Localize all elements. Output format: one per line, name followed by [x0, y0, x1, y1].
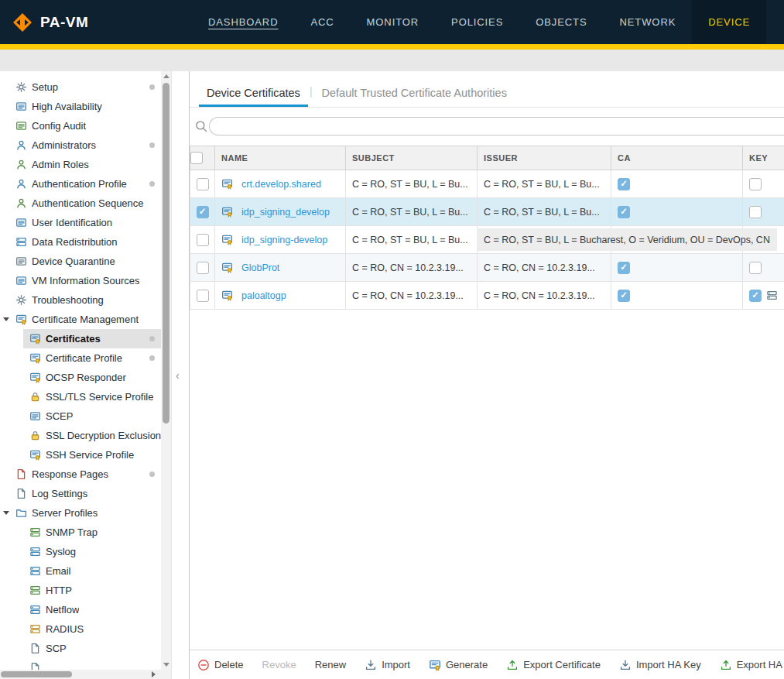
sidebar-item-scep[interactable]: SCEP	[0, 406, 161, 426]
sidebar-item-certificate-management[interactable]: Certificate Management	[0, 310, 161, 329]
subject-cell: C = RO, CN = 10.2.3.19...	[346, 282, 478, 310]
key-checkbox[interactable]	[749, 206, 762, 218]
sidebar-item-certificates[interactable]: Certificates	[0, 329, 161, 348]
row-checkbox[interactable]	[197, 234, 209, 246]
scrollbar-thumb[interactable]	[1, 671, 72, 677]
column-header-subject[interactable]: SUBJECT	[346, 146, 478, 170]
caret-expanded-icon[interactable]	[3, 317, 9, 321]
row-checkbox[interactable]	[197, 206, 209, 218]
sidebar-item-setup[interactable]: Setup	[0, 77, 161, 97]
certificate-name-link[interactable]: crt.develop.shared	[241, 179, 321, 190]
nav-item-monitor[interactable]: MONITOR	[351, 0, 435, 44]
sidebar-item-http[interactable]: HTTP	[0, 581, 161, 600]
delete-button[interactable]: Delete	[197, 659, 244, 671]
sidebar-item-authentication-profile[interactable]: Authentication Profile	[0, 174, 161, 194]
sidebar-item-high-availability[interactable]: High Availability	[0, 97, 161, 116]
tab-default-trusted-cas[interactable]: Default Trusted Certificate Authorities	[314, 80, 515, 107]
row-checkbox[interactable]	[197, 262, 209, 274]
import-button[interactable]: Import	[365, 659, 410, 671]
certificate-name-link[interactable]: idp_signing-develop	[241, 235, 327, 245]
import-ha-key-button[interactable]: Import HA Key	[619, 659, 701, 671]
key-checkbox[interactable]	[749, 262, 762, 274]
renew-button[interactable]: Renew	[315, 659, 346, 670]
scroll-up-arrow-icon[interactable]	[161, 71, 171, 81]
sidebar-item-email[interactable]: Email	[0, 561, 161, 581]
sidebar-item-config-audit[interactable]: Config Audit	[0, 116, 161, 135]
ca-checkbox[interactable]	[618, 178, 630, 190]
sidebar-item-clipped[interactable]	[0, 658, 161, 670]
caret-expanded-icon[interactable]	[3, 511, 9, 515]
table-row[interactable]: paloaltogp C = RO, CN = 10.2.3.19... C =…	[190, 282, 784, 310]
search-input[interactable]	[209, 117, 784, 135]
sidebar-item-response-pages[interactable]: Response Pages	[0, 465, 161, 484]
sidebar-item-ssl-decryption-exclusion[interactable]: SSL Decryption Exclusion	[0, 426, 161, 445]
issuer-cell: C = RO, ST = BU, L = Bu...	[478, 170, 611, 198]
sidebar-item-snmp-trap[interactable]: SNMP Trap	[0, 523, 161, 542]
column-header-issuer[interactable]: ISSUER	[478, 146, 611, 170]
ca-checkbox[interactable]	[618, 290, 630, 302]
nav-item-network[interactable]: NETWORK	[604, 0, 693, 44]
sidebar-item-ssh-service-profile[interactable]: SSH Service Profile	[0, 445, 161, 465]
key-checkbox[interactable]	[749, 290, 762, 302]
main-panel: Device Certificates | Default Trusted Ce…	[189, 71, 784, 679]
nav-item-dashboard[interactable]: DASHBOARD	[192, 0, 294, 44]
nav-item-device[interactable]: DEVICE	[692, 0, 766, 44]
main-nav: DASHBOARD ACC MONITOR POLICIES OBJECTS N…	[192, 0, 766, 44]
collapse-chevron-icon[interactable]: ‹	[176, 370, 180, 381]
nav-item-acc[interactable]: ACC	[294, 0, 350, 44]
person-icon	[15, 197, 27, 209]
row-checkbox[interactable]	[197, 178, 209, 190]
sidebar-item-syslog[interactable]: Syslog	[0, 542, 161, 561]
key-checkbox[interactable]	[749, 178, 762, 190]
select-all-checkbox[interactable]	[190, 152, 203, 164]
revoke-button[interactable]: Revoke	[262, 659, 296, 670]
sidebar-item-data-redistribution[interactable]: Data Redistribution	[0, 232, 161, 252]
sidebar-item-log-settings[interactable]: Log Settings	[0, 484, 161, 503]
column-header-ca[interactable]: CA	[611, 146, 743, 170]
nav-item-policies[interactable]: POLICIES	[435, 0, 519, 44]
export-certificate-button[interactable]: Export Certificate	[506, 659, 601, 671]
sidebar-item-admin-roles[interactable]: Admin Roles	[0, 155, 161, 174]
sidebar-item-server-profiles[interactable]: Server Profiles	[0, 503, 161, 523]
table-row[interactable]: crt.develop.shared C = RO, ST = BU, L = …	[190, 170, 784, 198]
sidebar-vertical-scrollbar[interactable]	[161, 71, 171, 670]
table-row[interactable]: GlobProt C = RO, CN = 10.2.3.19... C = R…	[190, 254, 784, 282]
column-header-key[interactable]: KEY	[743, 146, 784, 170]
table-row[interactable]: idp_signing-develop C = RO, ST = BU, L =…	[190, 226, 784, 254]
certificate-name-link[interactable]: paloaltogp	[241, 290, 286, 301]
scroll-right-arrow-icon[interactable]	[148, 670, 159, 679]
export-ha-key-button[interactable]: Export HA Key	[720, 659, 784, 671]
sidebar-item-scp[interactable]: SCP	[0, 639, 161, 658]
column-header-name[interactable]: NAME	[215, 146, 346, 170]
sidebar-item-troubleshooting[interactable]: Troubleshooting	[0, 290, 161, 310]
sidebar-item-ssl-tls-service-profile[interactable]: SSL/TLS Service Profile	[0, 387, 161, 406]
tab-device-certificates[interactable]: Device Certificates	[199, 80, 308, 107]
sidebar-horizontal-scrollbar[interactable]	[0, 670, 171, 679]
nav-item-objects[interactable]: OBJECTS	[519, 0, 603, 44]
ca-checkbox[interactable]	[618, 206, 630, 218]
sidebar-item-administrators[interactable]: Administrators	[0, 135, 161, 155]
card-icon	[29, 410, 41, 422]
sidebar-item-radius[interactable]: RADIUS	[0, 619, 161, 639]
sidebar-item-certificate-profile[interactable]: Certificate Profile	[0, 348, 161, 368]
certificate-name-link[interactable]: GlobProt	[241, 262, 279, 273]
sub-header-strip	[0, 50, 784, 71]
subject-cell: C = RO, ST = BU, L = Bu...	[346, 170, 478, 198]
sidebar-item-ocsp-responder[interactable]: OCSP Responder	[0, 368, 161, 387]
scrollbar-thumb[interactable]	[163, 83, 169, 424]
sidebar-item-netflow[interactable]: Netflow	[0, 600, 161, 619]
scroll-down-arrow-icon[interactable]	[161, 660, 171, 670]
gear-icon	[15, 81, 27, 93]
row-checkbox[interactable]	[197, 290, 209, 302]
certificate-name-link[interactable]: idp_signing_develop	[241, 207, 330, 218]
sidebar-item-authentication-sequence[interactable]: Authentication Sequence	[0, 194, 161, 213]
panel-splitter[interactable]: ‹	[171, 71, 190, 679]
sidebar-item-user-identification[interactable]: User Identification	[0, 213, 161, 232]
issuer-overflow-text: C = RO, ST = BU, L = Bucharest, O = Veri…	[477, 228, 777, 251]
status-dot	[149, 472, 155, 477]
sidebar-item-vm-information-sources[interactable]: VM Information Sources	[0, 271, 161, 290]
table-row-selected[interactable]: idp_signing_develop C = RO, ST = BU, L =…	[190, 198, 784, 226]
sidebar-item-device-quarantine[interactable]: Device Quarantine	[0, 252, 161, 271]
generate-button[interactable]: Generate	[429, 659, 488, 671]
ca-checkbox[interactable]	[618, 262, 630, 274]
